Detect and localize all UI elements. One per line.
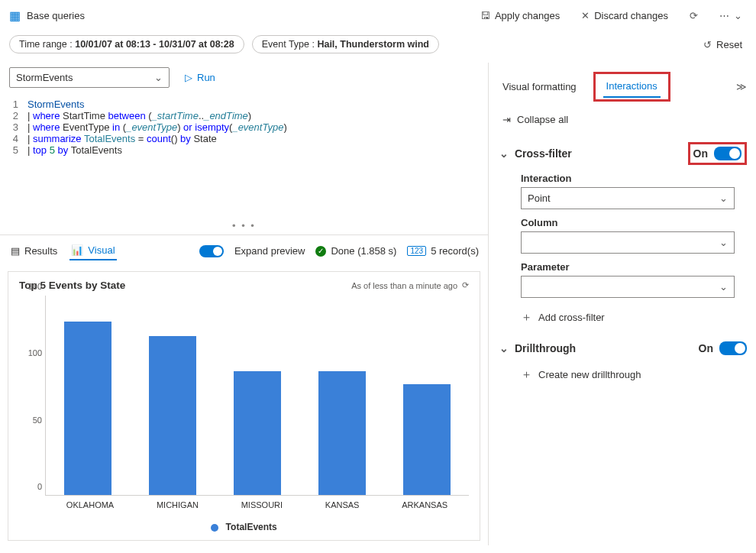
refresh-button[interactable]: ⟳ (685, 7, 703, 24)
x-label: MISSOURI (241, 500, 283, 509)
bar-missouri[interactable] (234, 371, 281, 495)
parameter-label: Parameter (521, 261, 747, 273)
tab-visual-label: Visual (88, 244, 115, 256)
query-status: ✓ Done (1.858 s) (315, 245, 396, 257)
time-range-filter[interactable]: Time range : 10/01/07 at 08:13 - 10/31/0… (9, 35, 244, 53)
x-label: OKLAHOMA (66, 500, 114, 509)
interaction-label: Interaction (521, 173, 747, 184)
bar-michigan[interactable] (149, 336, 196, 495)
expand-panel-icon[interactable]: ≫ (736, 81, 747, 92)
interaction-select[interactable]: Point ⌄ (521, 187, 735, 209)
play-icon: ▷ (185, 72, 192, 83)
discard-changes-label: Discard changes (594, 10, 668, 21)
chart-panel: Top 5 Events by State As of less than a … (8, 271, 480, 541)
crossfilter-title: Cross-filter (515, 147, 572, 160)
collapse-icon: ⇥ (502, 114, 511, 125)
x-label: ARKANSAS (402, 500, 447, 509)
reset-label: Reset (716, 39, 742, 50)
collapse-all-button[interactable]: ⇥ Collapse all (499, 108, 747, 136)
source-select[interactable]: StormEvents ⌄ (9, 67, 170, 88)
source-select-value: StormEvents (16, 72, 73, 83)
apply-changes-button[interactable]: 🖫 Apply changes (476, 7, 564, 24)
add-crossfilter-label: Add cross-filter (538, 312, 605, 323)
time-range-label: Time range : (19, 39, 75, 50)
expand-preview-label: Expand preview (234, 245, 305, 257)
crossfilter-toggle[interactable] (714, 147, 741, 160)
base-queries-icon: ▦ (9, 8, 21, 23)
more-icon: ⋯ (719, 10, 729, 21)
close-icon: ✕ (581, 10, 590, 21)
event-type-value: Hail, Thunderstorm wind (317, 39, 429, 50)
line-number: 3 (0, 121, 27, 133)
chevron-down-icon[interactable]: ⌄ (499, 147, 509, 160)
refresh-icon[interactable]: ⟳ (462, 280, 469, 290)
highlight-crossfilter-toggle: On (688, 142, 747, 165)
x-label: MICHIGAN (157, 500, 199, 509)
tab-results[interactable]: ▤ Results (9, 242, 59, 260)
legend-label: TotalEvents (226, 522, 277, 532)
column-label: Column (521, 217, 747, 228)
tab-visual-formatting[interactable]: Visual formatting (499, 76, 580, 97)
plus-icon: ＋ (521, 310, 532, 325)
chevron-down-icon: ⌄ (154, 72, 163, 83)
chevron-down-icon: ⌄ (719, 192, 728, 204)
records-label: 5 record(s) (431, 245, 479, 257)
bar-chart: OKLAHOMAMICHIGANMISSOURIKANSASARKANSAS 0… (19, 296, 469, 517)
bar-kansas[interactable] (318, 371, 366, 495)
event-type-filter[interactable]: Event Type : Hail, Thunderstorm wind (252, 35, 439, 53)
chevron-down-icon[interactable]: ⌄ (499, 342, 509, 354)
line-number: 4 (0, 133, 27, 144)
interaction-value: Point (528, 192, 551, 204)
reset-icon: ↺ (703, 39, 712, 50)
drillthrough-on-label: On (699, 342, 713, 354)
save-icon: 🖫 (480, 10, 490, 21)
page-title: Base queries (27, 10, 85, 21)
create-drillthrough-label: Create new drillthrough (538, 369, 641, 380)
done-label: Done (1.858 s) (331, 245, 396, 257)
line-number: 1 (0, 99, 27, 110)
parameter-select[interactable]: ⌄ (521, 276, 735, 298)
create-drillthrough-button[interactable]: ＋ Create new drillthrough (521, 363, 747, 383)
records-icon: 123 (407, 246, 426, 256)
time-range-value: 10/01/07 at 08:13 - 10/31/07 at 08:28 (75, 39, 234, 50)
legend-dot (211, 524, 218, 532)
bar-oklahoma[interactable] (64, 322, 111, 495)
chart-timestamp: As of less than a minute ago (351, 281, 457, 290)
line-number: 5 (0, 144, 27, 156)
plus-icon: ＋ (521, 367, 532, 382)
check-icon: ✓ (315, 246, 326, 257)
run-button[interactable]: ▷ Run (177, 68, 223, 87)
drillthrough-toggle[interactable] (719, 341, 747, 355)
table-icon: ▤ (11, 245, 20, 257)
record-count: 123 5 record(s) (407, 245, 479, 257)
add-crossfilter-button[interactable]: ＋ Add cross-filter (521, 306, 747, 326)
refresh-icon: ⟳ (690, 10, 698, 21)
more-button[interactable]: ⋯ ⌄ (715, 7, 747, 24)
drillthrough-title: Drillthrough (515, 342, 576, 354)
chart-legend: TotalEvents (19, 522, 469, 532)
highlight-interactions-tab: Interactions (593, 72, 670, 102)
bar-arkansas[interactable] (403, 384, 451, 495)
apply-changes-label: Apply changes (495, 10, 560, 21)
tab-results-label: Results (24, 245, 57, 257)
line-number: 2 (0, 110, 27, 121)
x-label: KANSAS (325, 500, 360, 509)
drag-handle[interactable]: • • • (0, 217, 488, 234)
chevron-down-icon: ⌄ (719, 237, 728, 248)
chart-icon: 📊 (71, 244, 83, 256)
event-type-label: Event Type : (262, 39, 318, 50)
chevron-down-icon: ⌄ (734, 10, 742, 21)
column-select[interactable]: ⌄ (521, 231, 735, 254)
reset-button[interactable]: ↺ Reset (699, 36, 747, 53)
collapse-all-label: Collapse all (517, 114, 568, 125)
run-label: Run (197, 72, 215, 83)
discard-changes-button[interactable]: ✕ Discard changes (577, 7, 673, 24)
chevron-down-icon: ⌄ (719, 281, 728, 293)
tab-interactions[interactable]: Interactions (603, 76, 661, 98)
expand-preview-toggle[interactable] (199, 245, 224, 257)
query-editor[interactable]: 1StormEvents 2| where StartTime between … (0, 94, 488, 160)
crossfilter-on-label: On (693, 147, 708, 160)
tab-visual[interactable]: 📊 Visual (69, 241, 116, 260)
